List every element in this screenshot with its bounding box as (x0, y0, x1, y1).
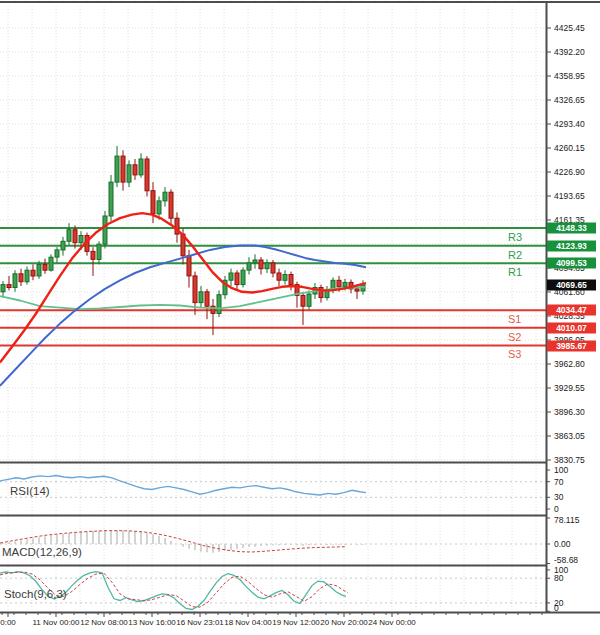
candle-body (217, 295, 221, 314)
candle-body (265, 263, 269, 269)
candle-body (337, 280, 341, 287)
candle-body (7, 285, 11, 288)
candle-body (61, 241, 65, 250)
candle-body (163, 192, 167, 201)
candle-body (193, 276, 197, 303)
panel-borders (0, 2, 600, 613)
candle-body (145, 159, 149, 191)
candle-body (199, 292, 203, 303)
candle-body (115, 156, 119, 182)
candle-body (307, 294, 311, 306)
candle-body (187, 256, 191, 276)
candle-body (289, 275, 293, 285)
candle-body (55, 250, 59, 257)
axis-ticks (2, 28, 551, 617)
candle-body (343, 282, 347, 286)
candle-body (31, 270, 35, 276)
candle-body (259, 260, 263, 269)
rsi-line (0, 476, 366, 496)
chart-canvas[interactable] (0, 0, 600, 635)
candle-body (37, 264, 41, 276)
stoch-main-line (0, 572, 346, 610)
candle-body (25, 270, 29, 282)
candle-body (103, 216, 107, 244)
candle-body (271, 263, 275, 273)
candle-body (49, 257, 53, 270)
candle-body (133, 165, 137, 175)
candle-body (235, 273, 239, 285)
candle-body (73, 230, 77, 243)
candle-body (151, 191, 155, 214)
candle-body (205, 292, 209, 306)
candle-body (139, 159, 143, 175)
candle-body (127, 165, 131, 182)
candle-body (157, 201, 161, 214)
candle-body (283, 275, 287, 281)
candle-body (301, 295, 305, 306)
candle-body (247, 263, 251, 270)
candle-body (19, 274, 23, 282)
candle-body (91, 251, 95, 259)
candle-body (67, 230, 71, 242)
candle-body (169, 192, 173, 218)
candle-body (13, 274, 17, 288)
candle-body (253, 260, 257, 263)
candle-body (97, 244, 101, 259)
candle-body (109, 182, 113, 216)
candle-body (1, 285, 5, 292)
candle-body (277, 273, 281, 280)
candle-body (79, 236, 83, 243)
trading-chart-window: RSI(14) MACD(12,26,9) Stoch(9,6,3) 4425.… (0, 0, 600, 635)
candle-body (355, 289, 359, 291)
candle-body (43, 264, 47, 270)
candle-body (121, 156, 125, 182)
candle-body (241, 270, 245, 284)
candle-body (229, 273, 233, 280)
